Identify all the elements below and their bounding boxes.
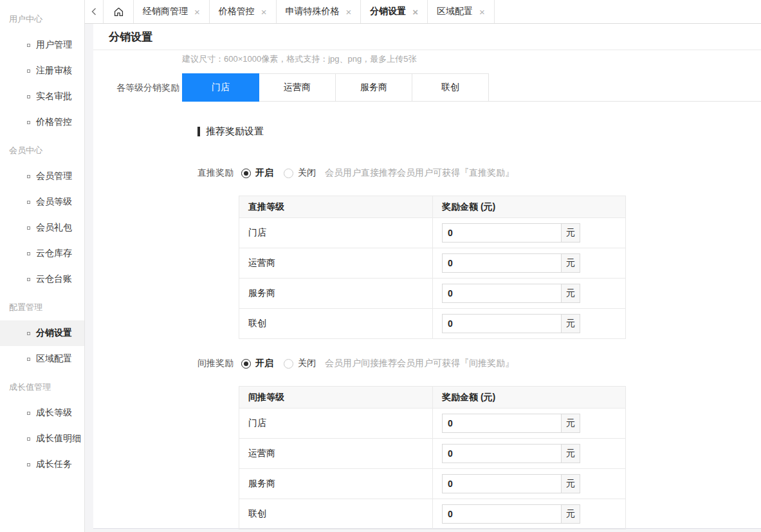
sidebar-item-registration-review[interactable]: 注册审核 [0, 58, 84, 84]
amount-input-group: 元 [442, 314, 580, 333]
indirect-reward-on-radio[interactable] [241, 359, 251, 369]
sidebar-item-member-gift-pack[interactable]: 会员礼包 [0, 215, 84, 241]
level-cell: 门店 [239, 408, 433, 439]
sidebar-item-cloud-warehouse-ledger[interactable]: 云仓台账 [0, 266, 84, 292]
sidebar-item-label: 区域配置 [36, 353, 72, 365]
amount-input-group: 元 [442, 414, 580, 433]
close-icon[interactable]: × [194, 7, 200, 17]
sidebar-section-title: 配置管理 [0, 295, 84, 320]
square-bullet-icon [27, 463, 30, 466]
tab-label: 价格管控 [219, 6, 255, 17]
table-header-row: 间推等级 奖励金额 (元) [239, 387, 626, 408]
recommend-reward-section-heading: 推荐奖励设置 [197, 125, 761, 138]
indirect-operator-amount-input[interactable] [442, 444, 561, 463]
square-bullet-icon [27, 95, 30, 98]
home-icon [113, 6, 124, 17]
indirect-service-provider-amount-input[interactable] [442, 474, 561, 493]
radio-dot [244, 362, 248, 366]
sidebar-item-member-level[interactable]: 会员等级 [0, 189, 84, 215]
indirect-reward-off-radio[interactable] [284, 359, 293, 369]
sidebar-item-distribution-settings[interactable]: 分销设置 [0, 320, 84, 346]
yuan-unit-suffix: 元 [561, 474, 580, 493]
tab-label: 申请特殊价格 [286, 6, 340, 17]
indirect-reward-on-label: 开启 [255, 358, 273, 369]
level-tab-label: 服务商 [360, 82, 387, 93]
square-bullet-icon [27, 412, 30, 415]
close-icon[interactable]: × [412, 7, 418, 17]
table-row: 运营商 元 [239, 248, 626, 279]
table-row: 服务商 元 [239, 469, 626, 499]
sidebar-section-config-management: 配置管理 分销设置 区域配置 [0, 295, 84, 372]
table-header-row: 直推等级 奖励金额 (元) [239, 196, 626, 218]
level-cell: 联创 [239, 499, 433, 529]
indirect-store-amount-input[interactable] [442, 414, 561, 433]
yuan-unit-suffix: 元 [561, 414, 580, 433]
close-icon[interactable]: × [346, 7, 352, 17]
tab-dealer-management[interactable]: 经销商管理 × [134, 0, 210, 23]
home-tab[interactable] [104, 0, 134, 23]
level-tabs-row: 各等级分销奖励 门店 运营商 服务商 联创 [93, 73, 761, 102]
tab-price-control[interactable]: 价格管控 × [210, 0, 277, 23]
direct-reward-hint: 会员用户直接推荐会员用户可获得『直推奖励』 [325, 167, 514, 179]
sidebar-section-title: 会员中心 [0, 138, 84, 163]
amount-input-group: 元 [442, 253, 580, 273]
chevron-left-icon [90, 7, 98, 16]
sidebar-item-label: 成长值明细 [36, 433, 81, 445]
tab-distribution-settings[interactable]: 分销设置 × [361, 0, 428, 23]
level-tab-service-provider[interactable]: 服务商 [335, 73, 412, 101]
sidebar: 用户中心 用户管理 注册审核 实名审批 价格管控 会员中心 会员管理 会员等级 … [0, 0, 85, 532]
tab-region-config[interactable]: 区域配置 × [428, 0, 495, 23]
sidebar-item-price-control[interactable]: 价格管控 [0, 109, 84, 135]
content-card: 分销设置 建议尺寸：600×1000像素，格式支持：jpg、png，最多上传5张… [93, 24, 761, 529]
direct-lianchuang-amount-input[interactable] [442, 314, 561, 333]
level-tabs: 门店 运营商 服务商 联创 [182, 73, 761, 102]
tab-apply-special-price[interactable]: 申请特殊价格 × [277, 0, 362, 23]
direct-reward-on-radio[interactable] [241, 169, 251, 178]
table-row: 门店 元 [239, 408, 626, 439]
column-header-amount: 奖励金额 (元) [433, 387, 626, 408]
level-tab-lianchuang[interactable]: 联创 [412, 73, 489, 101]
sidebar-item-label: 云仓台账 [36, 273, 72, 285]
sidebar-item-label: 实名审批 [36, 91, 72, 102]
back-button[interactable] [85, 0, 104, 23]
level-cell: 运营商 [239, 248, 433, 279]
sidebar-item-realname-approval[interactable]: 实名审批 [0, 84, 84, 109]
settings-body: 推荐奖励设置 直推奖励 开启 关闭 会员用户直接推荐会员用户可获得『直推奖励』 … [93, 125, 761, 529]
amount-input-group: 元 [442, 504, 580, 524]
yuan-unit-suffix: 元 [561, 284, 580, 303]
indirect-lianchuang-amount-input[interactable] [442, 504, 561, 524]
level-cell: 门店 [239, 218, 433, 248]
square-bullet-icon [27, 201, 30, 204]
sidebar-item-label: 成长任务 [36, 459, 72, 470]
close-icon[interactable]: × [261, 7, 267, 17]
sidebar-item-cloud-warehouse-stock[interactable]: 云仓库存 [0, 241, 84, 266]
direct-store-amount-input[interactable] [442, 223, 561, 243]
level-tab-store[interactable]: 门店 [182, 73, 259, 102]
sidebar-item-growth-value-detail[interactable]: 成长值明细 [0, 426, 84, 452]
yuan-unit-suffix: 元 [561, 253, 580, 273]
square-bullet-icon [27, 252, 30, 255]
level-cell: 服务商 [239, 279, 433, 309]
direct-reward-off-radio[interactable] [284, 169, 293, 178]
sidebar-item-growth-task[interactable]: 成长任务 [0, 452, 84, 477]
column-header-level: 间推等级 [239, 387, 433, 408]
sidebar-item-user-management[interactable]: 用户管理 [0, 32, 84, 58]
amount-input-group: 元 [442, 444, 580, 463]
level-tab-operator[interactable]: 运营商 [259, 73, 336, 101]
direct-service-provider-amount-input[interactable] [442, 284, 561, 303]
sidebar-item-region-config[interactable]: 区域配置 [0, 346, 84, 372]
table-row: 联创 元 [239, 309, 626, 339]
indirect-reward-hint: 会员用户间接推荐会员用户可获得『间推奖励』 [325, 358, 514, 369]
square-bullet-icon [27, 332, 30, 335]
square-bullet-icon [27, 121, 30, 124]
close-icon[interactable]: × [479, 7, 485, 17]
direct-operator-amount-input[interactable] [442, 253, 561, 273]
square-bullet-icon [27, 358, 30, 361]
table-row: 服务商 元 [239, 279, 626, 309]
sidebar-item-label: 会员管理 [36, 170, 72, 182]
sidebar-item-growth-level[interactable]: 成长等级 [0, 400, 84, 426]
level-cell: 联创 [239, 309, 433, 339]
square-bullet-icon [27, 278, 30, 281]
sidebar-item-member-management[interactable]: 会员管理 [0, 163, 84, 189]
sidebar-section-title: 用户中心 [0, 6, 84, 32]
